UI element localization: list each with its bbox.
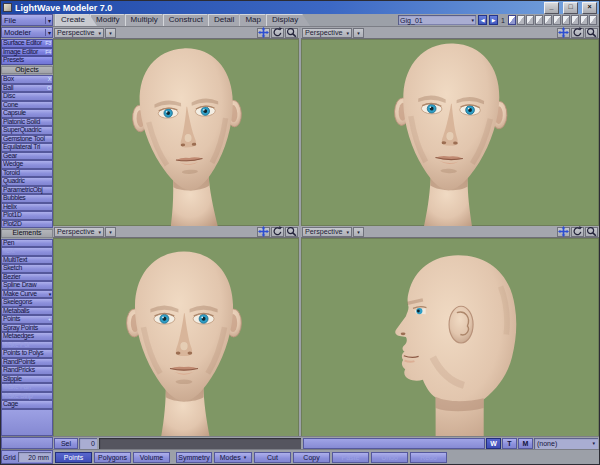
zoom-view-icon[interactable] (285, 227, 298, 237)
layer-button[interactable] (562, 15, 570, 25)
viewport-canvas[interactable] (53, 39, 299, 226)
sidebar-item[interactable]: Surface Editor F3 ▾ (1, 39, 53, 48)
layer-button[interactable] (553, 15, 561, 25)
layer-button[interactable] (589, 15, 597, 25)
sidebar-item[interactable]: Sketch ▾ (1, 264, 53, 273)
sidebar-item[interactable]: ParametricObj ▾ (1, 186, 53, 195)
sidebar-item[interactable]: Plot1D ▾ (1, 211, 53, 220)
rotate-view-icon[interactable] (571, 28, 584, 38)
viewport-canvas[interactable] (301, 238, 599, 438)
sidebar-item[interactable]: Make Pol ▾ (1, 341, 53, 350)
viewport-options-dropdown[interactable]: ▾ (105, 227, 116, 237)
prev-object-button[interactable]: ◀ (478, 15, 487, 25)
morph-map-button[interactable]: M (518, 438, 533, 449)
viewport-options-dropdown[interactable]: ▾ (353, 227, 364, 237)
sidebar-item[interactable]: Gear ▾ (1, 152, 53, 161)
viewport-canvas[interactable] (53, 238, 299, 438)
layer-button[interactable] (508, 15, 516, 25)
layer-button[interactable] (517, 15, 525, 25)
next-object-button[interactable]: ▶ (489, 15, 498, 25)
sidebar-item[interactable]: Quadric ▾ (1, 177, 53, 186)
restore-button[interactable]: □ (563, 2, 578, 14)
sidebar-item[interactable]: Make Curve ▾ (1, 290, 53, 299)
texture-map-button[interactable]: T (502, 438, 517, 449)
edit-button[interactable]: Cut (254, 452, 291, 463)
sel-button[interactable]: Sel (54, 438, 78, 449)
zoom-view-icon[interactable] (285, 28, 298, 38)
layer-button[interactable] (571, 15, 579, 25)
sidebar-item[interactable]: Cage ▾ (1, 400, 53, 409)
minimize-button[interactable]: _ (544, 2, 559, 14)
viewport-type-dropdown[interactable]: Perspective ▾ (302, 28, 352, 38)
sidebar-item[interactable]: Metaballs ▾ (1, 307, 53, 316)
sidebar-item[interactable]: Plot2D ▾ (1, 220, 53, 229)
sidebar-item[interactable]: Spray Points ▾ (1, 324, 53, 333)
sidebar-item[interactable]: RandPricks ▾ (1, 366, 53, 375)
layer-button[interactable] (526, 15, 534, 25)
sidebar-item[interactable]: Disc ▾ (1, 92, 53, 101)
sidebar-item[interactable]: Points to Polys ▾ (1, 349, 53, 358)
sidebar-item[interactable]: SuperQuadric ▾ (1, 126, 53, 135)
viewport-type-dropdown[interactable]: Perspective ▾ (54, 227, 104, 237)
sidebar-item[interactable]: Bezier ▾ (1, 273, 53, 282)
sidebar-item[interactable]: Presets ▾ (1, 56, 53, 65)
sidebar-item[interactable]: Bubbles ▾ (1, 194, 53, 203)
menu-tab[interactable]: Construct (163, 14, 215, 26)
menu-tab[interactable]: Display (266, 14, 310, 26)
file-menu-button[interactable]: File ▾ (1, 14, 53, 26)
sidebar-item[interactable]: Capsule ▾ (1, 109, 53, 118)
viewport-canvas[interactable] (301, 39, 599, 226)
rotate-view-icon[interactable] (271, 28, 284, 38)
sidebar-item[interactable]: Text ▾ (1, 247, 53, 256)
selection-mode-button[interactable]: Points (55, 452, 92, 463)
layer-button[interactable] (544, 15, 552, 25)
sidebar-item[interactable]: Equilateral Tri ▾ (1, 143, 53, 152)
pan-view-icon[interactable] (557, 227, 570, 237)
sidebar-item[interactable]: Helix ▾ (1, 203, 53, 212)
sidebar-item[interactable]: Skelegons ▾ (1, 298, 53, 307)
viewport-options-dropdown[interactable]: ▾ (353, 28, 364, 38)
sidebar-item[interactable]: Gemstone Tool ▾ (1, 135, 53, 144)
selection-mode-button[interactable]: Polygons (94, 452, 131, 463)
sidebar-item[interactable]: MultiText ▾ (1, 256, 53, 265)
edit-button[interactable]: Copy (293, 452, 330, 463)
close-button[interactable]: × (582, 2, 597, 14)
vmap-selector[interactable]: (none) ▾ (534, 438, 598, 449)
sidebar-item[interactable]: Toroid ▾ (1, 169, 53, 178)
sidebar-item[interactable]: Box X ▾ (1, 75, 53, 84)
sidebar-item[interactable]: Pen ▾ (1, 239, 53, 248)
modes-dropdown[interactable]: Modes ▾ (214, 452, 252, 463)
sidebar-item[interactable]: Image Editor F4 ▾ (1, 48, 53, 57)
edit-button[interactable]: Undo (371, 452, 408, 463)
sidebar-item[interactable]: Make Fan ▾ (1, 383, 53, 392)
sidebar-item[interactable]: Ball O ▾ (1, 84, 53, 93)
sidebar-item[interactable]: Spline Draw ▾ (1, 281, 53, 290)
pan-view-icon[interactable] (257, 28, 270, 38)
edit-button[interactable]: Paste (332, 452, 369, 463)
edit-button[interactable]: Redo (410, 452, 447, 463)
symmetry-button[interactable]: Symmetry (176, 452, 212, 463)
weight-map-button[interactable]: W (486, 438, 501, 449)
zoom-view-icon[interactable] (585, 227, 598, 237)
viewport-type-dropdown[interactable]: Perspective ▾ (302, 227, 352, 237)
sidebar-item[interactable]: Platonic Solid ▾ (1, 118, 53, 127)
modeler-menu-button[interactable]: Modeler ▾ (1, 27, 53, 38)
viewport-type-dropdown[interactable]: Perspective ▾ (54, 28, 104, 38)
sidebar-item[interactable]: Make Strip ▾ (1, 392, 53, 401)
layer-button[interactable] (580, 15, 588, 25)
rotate-view-icon[interactable] (571, 227, 584, 237)
sidebar-item[interactable]: Wedge ▾ (1, 160, 53, 169)
sidebar-item[interactable]: RandPoints ▾ (1, 358, 53, 367)
selection-mode-button[interactable]: Volume (133, 452, 170, 463)
object-selector[interactable]: Gig_01 ▾ (398, 15, 476, 25)
pan-view-icon[interactable] (257, 227, 270, 237)
sidebar-item[interactable]: Metaedges ▾ (1, 332, 53, 341)
zoom-view-icon[interactable] (585, 28, 598, 38)
sidebar-item[interactable]: Cone ▾ (1, 101, 53, 110)
viewport-options-dropdown[interactable]: ▾ (105, 28, 116, 38)
pan-view-icon[interactable] (557, 28, 570, 38)
layer-button[interactable] (535, 15, 543, 25)
sidebar-item[interactable]: Stipple ▾ (1, 375, 53, 384)
sidebar-item[interactable]: Points + ▾ (1, 315, 53, 324)
rotate-view-icon[interactable] (271, 227, 284, 237)
